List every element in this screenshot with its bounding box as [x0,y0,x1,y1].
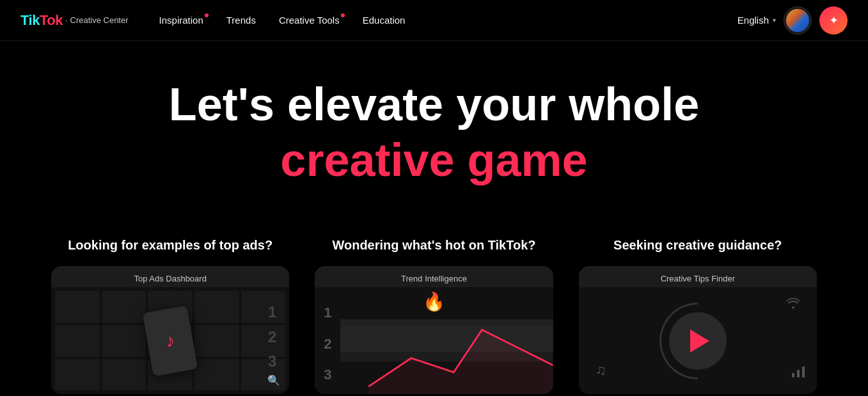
card1-search-icon: 🔍 [267,374,280,386]
card-trend-intelligence[interactable]: Wondering what's hot on TikTok? Trend In… [315,237,553,394]
hero-line2: creative game [20,135,848,186]
card-creative-tips-heading: Seeking creative guidance? [579,237,817,253]
card-creative-tips-box[interactable]: Creative Tips Finder ♫ [579,266,817,394]
card-trend-label: Trend Intelligence [315,266,553,287]
language-label: English [738,15,769,26]
logo-creative-center: Creative Center [70,15,129,25]
nav-item-trends[interactable]: Trends [226,15,256,26]
card-top-ads[interactable]: Looking for examples of top ads? Top Ads… [51,237,289,394]
card-creative-tips-visual: ♫ [579,287,817,394]
globe-icon [786,9,809,32]
cards-section: Looking for examples of top ads? Top Ads… [0,237,868,396]
nav-right: English ▾ ✦ [738,6,848,35]
hero-line1: Let's elevate your whole [20,79,848,130]
svg-rect-3 [797,370,800,377]
card-top-ads-visual: 123 ♪ 🔍 [51,287,289,394]
svg-rect-4 [802,367,805,377]
logo[interactable]: TikTok · Creative Center [20,12,129,29]
svg-rect-2 [792,373,794,377]
card-creative-tips[interactable]: Seeking creative guidance? Creative Tips… [579,237,817,394]
chart-icon [791,365,805,381]
create-button[interactable]: ✦ [819,6,848,35]
card-top-ads-heading: Looking for examples of top ads? [51,237,289,253]
nav-item-creative-tools[interactable]: Creative Tools [279,15,340,26]
nav-dot-creative-tools [341,13,345,17]
card-top-ads-box[interactable]: Top Ads Dashboard 123 ♪ 🔍 [51,266,289,394]
chevron-down-icon: ▾ [773,17,776,24]
flame-icon: 🔥 [423,291,445,312]
card-top-ads-label: Top Ads Dashboard [51,266,289,287]
card3-play-circle [669,312,727,370]
card-trend-box[interactable]: Trend Intelligence 123 🔥 [315,266,553,394]
nav-item-education[interactable]: Education [363,15,406,26]
music-icon: ♫ [596,362,606,379]
hero-section: Let's elevate your whole creative game [0,41,868,237]
logo-subtitle: · [65,15,68,25]
navbar: TikTok · Creative Center Inspiration Tre… [0,0,868,41]
plus-icon: ✦ [829,13,839,28]
nav-item-inspiration[interactable]: Inspiration [159,15,203,26]
trend-chart-svg [340,287,553,394]
trend-numbers: 123 [324,297,331,390]
card-creative-tips-label: Creative Tips Finder [579,266,817,287]
wifi-icon [786,297,800,312]
play-icon [690,329,709,352]
logo-tiktok: TikTok [20,12,63,29]
globe-button[interactable] [784,6,812,35]
tiktok-logo-icon: ♪ [164,330,176,352]
card-trend-heading: Wondering what's hot on TikTok? [315,237,553,253]
nav-links: Inspiration Trends Creative Tools Educat… [159,15,738,26]
language-selector[interactable]: English ▾ [738,15,776,26]
card1-numbers: 123 [268,300,276,374]
card-trend-visual: 123 🔥 [315,287,553,394]
nav-dot-inspiration [205,13,209,17]
